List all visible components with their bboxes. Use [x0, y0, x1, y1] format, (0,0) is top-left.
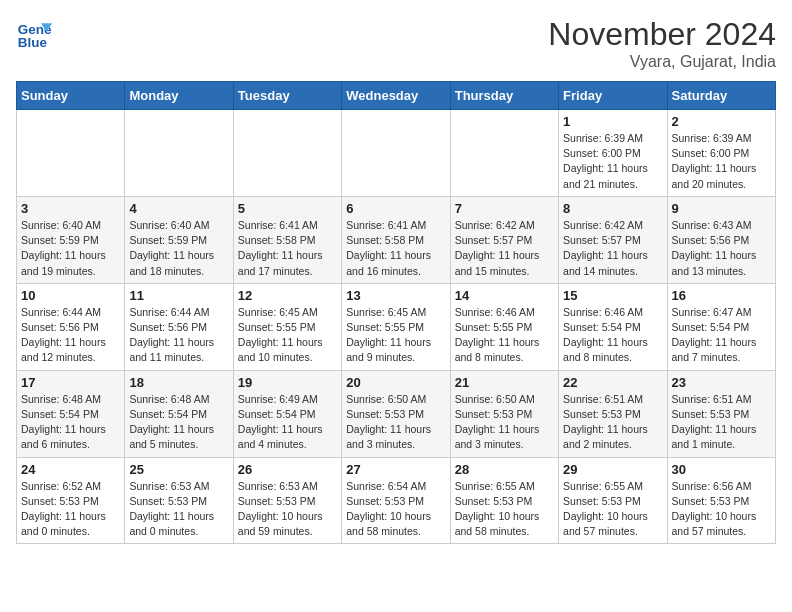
day-info: Sunrise: 6:47 AM Sunset: 5:54 PM Dayligh…: [672, 305, 771, 366]
day-info: Sunrise: 6:44 AM Sunset: 5:56 PM Dayligh…: [21, 305, 120, 366]
svg-text:Blue: Blue: [18, 35, 48, 50]
day-number: 30: [672, 462, 771, 477]
day-info: Sunrise: 6:48 AM Sunset: 5:54 PM Dayligh…: [21, 392, 120, 453]
day-number: 6: [346, 201, 445, 216]
day-info: Sunrise: 6:48 AM Sunset: 5:54 PM Dayligh…: [129, 392, 228, 453]
calendar-cell: 7Sunrise: 6:42 AM Sunset: 5:57 PM Daylig…: [450, 196, 558, 283]
day-number: 14: [455, 288, 554, 303]
day-number: 20: [346, 375, 445, 390]
calendar-cell: 8Sunrise: 6:42 AM Sunset: 5:57 PM Daylig…: [559, 196, 667, 283]
weekday-header: Monday: [125, 82, 233, 110]
day-number: 10: [21, 288, 120, 303]
day-number: 7: [455, 201, 554, 216]
day-info: Sunrise: 6:46 AM Sunset: 5:54 PM Dayligh…: [563, 305, 662, 366]
day-number: 22: [563, 375, 662, 390]
logo: General Blue: [16, 16, 52, 52]
day-number: 9: [672, 201, 771, 216]
calendar-cell: 24Sunrise: 6:52 AM Sunset: 5:53 PM Dayli…: [17, 457, 125, 544]
calendar-week-row: 10Sunrise: 6:44 AM Sunset: 5:56 PM Dayli…: [17, 283, 776, 370]
calendar-cell: 21Sunrise: 6:50 AM Sunset: 5:53 PM Dayli…: [450, 370, 558, 457]
weekday-header: Thursday: [450, 82, 558, 110]
calendar-cell: 27Sunrise: 6:54 AM Sunset: 5:53 PM Dayli…: [342, 457, 450, 544]
day-info: Sunrise: 6:45 AM Sunset: 5:55 PM Dayligh…: [346, 305, 445, 366]
calendar-cell: 15Sunrise: 6:46 AM Sunset: 5:54 PM Dayli…: [559, 283, 667, 370]
calendar-cell: 17Sunrise: 6:48 AM Sunset: 5:54 PM Dayli…: [17, 370, 125, 457]
calendar-cell: 9Sunrise: 6:43 AM Sunset: 5:56 PM Daylig…: [667, 196, 775, 283]
calendar-cell: 16Sunrise: 6:47 AM Sunset: 5:54 PM Dayli…: [667, 283, 775, 370]
calendar-cell: 29Sunrise: 6:55 AM Sunset: 5:53 PM Dayli…: [559, 457, 667, 544]
weekday-header: Sunday: [17, 82, 125, 110]
calendar-cell: 13Sunrise: 6:45 AM Sunset: 5:55 PM Dayli…: [342, 283, 450, 370]
day-number: 28: [455, 462, 554, 477]
day-number: 19: [238, 375, 337, 390]
weekday-header: Friday: [559, 82, 667, 110]
calendar-cell: [233, 110, 341, 197]
title-block: November 2024 Vyara, Gujarat, India: [548, 16, 776, 71]
calendar-cell: [450, 110, 558, 197]
day-number: 5: [238, 201, 337, 216]
day-info: Sunrise: 6:49 AM Sunset: 5:54 PM Dayligh…: [238, 392, 337, 453]
weekday-header: Wednesday: [342, 82, 450, 110]
day-info: Sunrise: 6:53 AM Sunset: 5:53 PM Dayligh…: [129, 479, 228, 540]
day-info: Sunrise: 6:44 AM Sunset: 5:56 PM Dayligh…: [129, 305, 228, 366]
day-info: Sunrise: 6:42 AM Sunset: 5:57 PM Dayligh…: [455, 218, 554, 279]
calendar-cell: 6Sunrise: 6:41 AM Sunset: 5:58 PM Daylig…: [342, 196, 450, 283]
calendar-cell: 25Sunrise: 6:53 AM Sunset: 5:53 PM Dayli…: [125, 457, 233, 544]
day-info: Sunrise: 6:43 AM Sunset: 5:56 PM Dayligh…: [672, 218, 771, 279]
calendar-cell: 4Sunrise: 6:40 AM Sunset: 5:59 PM Daylig…: [125, 196, 233, 283]
calendar-cell: [17, 110, 125, 197]
day-info: Sunrise: 6:42 AM Sunset: 5:57 PM Dayligh…: [563, 218, 662, 279]
day-number: 17: [21, 375, 120, 390]
day-number: 3: [21, 201, 120, 216]
calendar-week-row: 17Sunrise: 6:48 AM Sunset: 5:54 PM Dayli…: [17, 370, 776, 457]
day-number: 16: [672, 288, 771, 303]
day-number: 11: [129, 288, 228, 303]
page-header: General Blue November 2024 Vyara, Gujara…: [16, 16, 776, 71]
calendar-table: SundayMondayTuesdayWednesdayThursdayFrid…: [16, 81, 776, 544]
day-number: 27: [346, 462, 445, 477]
day-number: 21: [455, 375, 554, 390]
calendar-week-row: 24Sunrise: 6:52 AM Sunset: 5:53 PM Dayli…: [17, 457, 776, 544]
day-info: Sunrise: 6:56 AM Sunset: 5:53 PM Dayligh…: [672, 479, 771, 540]
calendar-cell: 28Sunrise: 6:55 AM Sunset: 5:53 PM Dayli…: [450, 457, 558, 544]
calendar-cell: [342, 110, 450, 197]
day-info: Sunrise: 6:52 AM Sunset: 5:53 PM Dayligh…: [21, 479, 120, 540]
day-info: Sunrise: 6:54 AM Sunset: 5:53 PM Dayligh…: [346, 479, 445, 540]
calendar-header-row: SundayMondayTuesdayWednesdayThursdayFrid…: [17, 82, 776, 110]
day-number: 25: [129, 462, 228, 477]
day-info: Sunrise: 6:53 AM Sunset: 5:53 PM Dayligh…: [238, 479, 337, 540]
calendar-cell: 30Sunrise: 6:56 AM Sunset: 5:53 PM Dayli…: [667, 457, 775, 544]
day-number: 2: [672, 114, 771, 129]
weekday-header: Tuesday: [233, 82, 341, 110]
day-number: 24: [21, 462, 120, 477]
calendar-cell: 10Sunrise: 6:44 AM Sunset: 5:56 PM Dayli…: [17, 283, 125, 370]
calendar-cell: 19Sunrise: 6:49 AM Sunset: 5:54 PM Dayli…: [233, 370, 341, 457]
day-info: Sunrise: 6:46 AM Sunset: 5:55 PM Dayligh…: [455, 305, 554, 366]
day-info: Sunrise: 6:51 AM Sunset: 5:53 PM Dayligh…: [563, 392, 662, 453]
day-info: Sunrise: 6:41 AM Sunset: 5:58 PM Dayligh…: [346, 218, 445, 279]
location: Vyara, Gujarat, India: [548, 53, 776, 71]
day-info: Sunrise: 6:39 AM Sunset: 6:00 PM Dayligh…: [563, 131, 662, 192]
calendar-cell: 12Sunrise: 6:45 AM Sunset: 5:55 PM Dayli…: [233, 283, 341, 370]
day-number: 15: [563, 288, 662, 303]
weekday-header: Saturday: [667, 82, 775, 110]
day-info: Sunrise: 6:55 AM Sunset: 5:53 PM Dayligh…: [455, 479, 554, 540]
calendar-cell: 26Sunrise: 6:53 AM Sunset: 5:53 PM Dayli…: [233, 457, 341, 544]
day-info: Sunrise: 6:41 AM Sunset: 5:58 PM Dayligh…: [238, 218, 337, 279]
day-info: Sunrise: 6:50 AM Sunset: 5:53 PM Dayligh…: [455, 392, 554, 453]
calendar-week-row: 3Sunrise: 6:40 AM Sunset: 5:59 PM Daylig…: [17, 196, 776, 283]
day-number: 1: [563, 114, 662, 129]
day-info: Sunrise: 6:39 AM Sunset: 6:00 PM Dayligh…: [672, 131, 771, 192]
calendar-cell: 5Sunrise: 6:41 AM Sunset: 5:58 PM Daylig…: [233, 196, 341, 283]
logo-icon: General Blue: [16, 16, 52, 52]
day-info: Sunrise: 6:40 AM Sunset: 5:59 PM Dayligh…: [21, 218, 120, 279]
day-info: Sunrise: 6:40 AM Sunset: 5:59 PM Dayligh…: [129, 218, 228, 279]
day-number: 26: [238, 462, 337, 477]
calendar-cell: 11Sunrise: 6:44 AM Sunset: 5:56 PM Dayli…: [125, 283, 233, 370]
calendar-cell: 1Sunrise: 6:39 AM Sunset: 6:00 PM Daylig…: [559, 110, 667, 197]
day-number: 29: [563, 462, 662, 477]
day-info: Sunrise: 6:50 AM Sunset: 5:53 PM Dayligh…: [346, 392, 445, 453]
day-number: 12: [238, 288, 337, 303]
calendar-cell: 2Sunrise: 6:39 AM Sunset: 6:00 PM Daylig…: [667, 110, 775, 197]
day-number: 13: [346, 288, 445, 303]
